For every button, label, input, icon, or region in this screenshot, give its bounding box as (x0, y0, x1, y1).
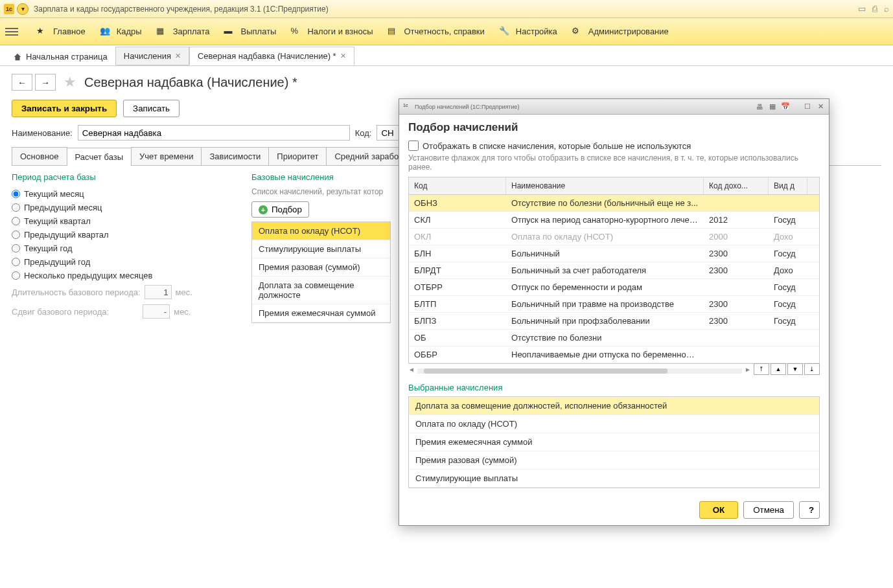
search-icon[interactable]: ⌕ (884, 4, 889, 14)
name-input[interactable] (78, 125, 350, 141)
table-row[interactable]: БЛТПБольничный при травме на производств… (409, 296, 819, 313)
move-down-button[interactable]: ▼ (787, 363, 803, 375)
table-row[interactable]: ОБНЗОтсутствие по болезни (больничный ещ… (409, 195, 819, 212)
table-row[interactable]: ОКЛОплата по окладу (НСОТ)2000Дохо (409, 229, 819, 245)
radio-label: Текущий квартал (24, 216, 91, 226)
dropdown-icon[interactable]: ▾ (17, 3, 29, 15)
help-button[interactable]: ? (799, 501, 820, 519)
app-logo-icon: 1c (403, 103, 411, 111)
move-bottom-button[interactable]: ⤓ (804, 363, 820, 375)
radio-input[interactable] (12, 217, 20, 225)
save-button[interactable]: Записать (123, 100, 180, 117)
cell-code: ОБ (409, 330, 506, 346)
tab-nachisleniya[interactable]: Начисления ✕ (115, 47, 189, 65)
header-vid[interactable]: Вид д (769, 177, 807, 194)
dialog-titlebar[interactable]: 1c Подбор начислений (1С:Предприятие) 🖶 … (399, 99, 829, 115)
ok-button[interactable]: ОК (699, 501, 739, 519)
grid-icon[interactable]: ▦ (768, 102, 777, 111)
cell-name: Отсутствие по болезни (больничный еще не… (506, 195, 704, 211)
minimize-icon[interactable]: ▭ (858, 4, 866, 14)
radio-option[interactable]: Несколько предыдущих месяцев (12, 269, 238, 282)
star-icon: ★ (36, 26, 48, 38)
selected-item[interactable]: Премия ежемесячная суммой (409, 433, 819, 451)
radio-option[interactable]: Предыдущий год (12, 255, 238, 269)
menu-otchet[interactable]: ▤Отчетность, справки (388, 26, 485, 38)
subtab-zavisimosti[interactable]: Зависимости (201, 147, 269, 165)
list-item[interactable]: Премия ежемесячная суммой (252, 304, 390, 322)
cell-vid: Госуд (769, 296, 807, 312)
table-row[interactable]: ОББРНеоплачиваемые дни отпуска по береме… (409, 346, 819, 363)
radio-input[interactable] (12, 244, 20, 253)
list-item[interactable]: Премия разовая (суммой) (252, 258, 390, 277)
cell-dohod: 2300 (704, 262, 769, 278)
selected-item[interactable]: Премия разовая (суммой) (409, 451, 819, 469)
table-row[interactable]: БЛНБольничный2300Госуд (409, 245, 819, 262)
move-top-button[interactable]: ⤒ (754, 363, 769, 375)
add-button[interactable]: +Подбор (251, 201, 309, 218)
table-row[interactable]: ОБОтсутствие по болезни (409, 330, 819, 346)
radio-input[interactable] (12, 258, 20, 266)
selection-dialog: 1c Подбор начислений (1С:Предприятие) 🖶 … (399, 98, 829, 526)
list-item[interactable]: Стимулирующие выплаты (252, 240, 390, 258)
close-icon[interactable]: ✕ (175, 52, 181, 60)
print-icon[interactable]: ⎙ (872, 4, 877, 14)
selected-item[interactable]: Доплата за совмещение должностей, исполн… (409, 397, 819, 415)
list-item[interactable]: Оплата по окладу (НСОТ) (252, 222, 390, 240)
table-row[interactable]: ОТБРРОтпуск по беременности и родамГосуд (409, 279, 819, 296)
radio-option[interactable]: Предыдущий квартал (12, 228, 238, 242)
radio-input[interactable] (12, 203, 20, 212)
app-logo-icon: 1c (4, 4, 14, 14)
move-up-button[interactable]: ▲ (771, 363, 786, 375)
menu-nastroika[interactable]: 🔧Настройка (499, 26, 557, 38)
subtab-raschet[interactable]: Расчет базы (67, 148, 132, 166)
tool-icon[interactable]: 🖶 (755, 102, 764, 111)
show-unused-checkbox[interactable] (408, 141, 419, 151)
forward-button[interactable]: → (35, 74, 56, 91)
menu-vyplaty[interactable]: ▬Выплаты (224, 26, 277, 38)
subtab-osnovnoe[interactable]: Основное (12, 147, 67, 165)
header-dohod[interactable]: Код дохо... (704, 177, 769, 194)
radio-input[interactable] (12, 231, 20, 239)
radio-input[interactable] (12, 190, 20, 198)
radio-input[interactable] (12, 271, 20, 280)
header-name[interactable]: Наименование (506, 177, 704, 194)
shift-unit: мес. (174, 307, 191, 317)
tab-severnaya[interactable]: Северная надбавка (Начисление) * ✕ (189, 47, 354, 65)
header-code[interactable]: Код (409, 177, 506, 194)
radio-option[interactable]: Текущий квартал (12, 214, 238, 228)
menu-zarplata[interactable]: ▦Зарплата (156, 26, 210, 38)
close-icon[interactable]: ✕ (340, 52, 346, 60)
radio-option[interactable]: Предыдущий месяц (12, 201, 238, 214)
cell-vid: Госуд (769, 212, 807, 228)
subtab-uchet[interactable]: Учет времени (131, 147, 202, 165)
favorite-icon[interactable]: ★ (64, 74, 76, 91)
calendar-icon[interactable]: 📅 (781, 102, 790, 111)
close-icon[interactable]: ✕ (816, 102, 825, 111)
tab-home[interactable]: Начальная страница (5, 48, 115, 65)
save-close-button[interactable]: Записать и закрыть (12, 100, 117, 117)
menu-nalogi[interactable]: %Налоги и взносы (290, 26, 373, 38)
horizontal-scrollbar[interactable] (417, 368, 742, 374)
table-row[interactable]: БЛРДТБольничный за счет работодателя2300… (409, 262, 819, 279)
table-row[interactable]: БЛПЗБольничный при профзаболевании2300Го… (409, 313, 819, 330)
menu-kadry[interactable]: 👥Кадры (100, 26, 142, 38)
table-row[interactable]: СКЛОтпуск на период санаторно-курортного… (409, 212, 819, 229)
radio-option[interactable]: Текущий месяц (12, 187, 238, 201)
menu-admin[interactable]: ⚙Администрирование (572, 26, 669, 38)
cell-name: Больничный при профзаболевании (506, 313, 704, 329)
cell-name: Неоплачиваемые дни отпуска по беременнос… (506, 346, 704, 363)
menu-main[interactable]: ★Главное (36, 26, 86, 38)
back-button[interactable]: ← (12, 74, 32, 91)
burger-icon[interactable] (5, 28, 18, 36)
selected-item[interactable]: Оплата по окладу (НСОТ) (409, 415, 819, 433)
selected-item[interactable]: Стимулирующие выплаты (409, 469, 819, 488)
plus-icon: + (259, 205, 268, 214)
window-max-icon[interactable]: ☐ (803, 102, 812, 111)
duration-input[interactable] (145, 285, 172, 299)
shift-input[interactable] (143, 304, 170, 319)
cancel-button[interactable]: Отмена (743, 501, 794, 519)
subtab-prioritet[interactable]: Приоритет (268, 147, 327, 165)
radio-option[interactable]: Текущий год (12, 242, 238, 255)
cell-vid: Дохо (769, 229, 807, 245)
list-item[interactable]: Доплата за совмещение должносте (252, 277, 390, 304)
